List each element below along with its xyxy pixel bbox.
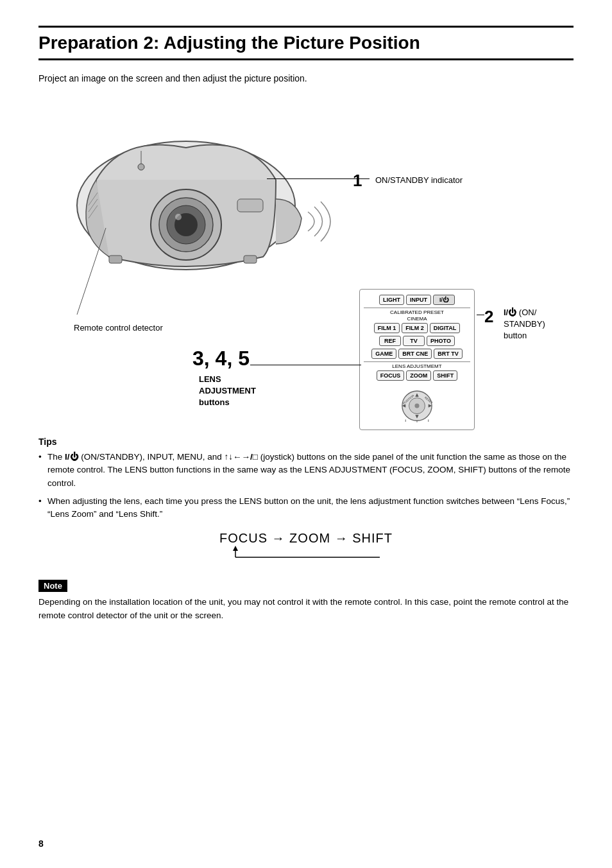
projector-illustration <box>38 103 372 347</box>
lens-label: LENSADJUSTMENTbuttons <box>199 374 256 409</box>
io-button-label: I/⏻ (ON/STANDBY)button <box>504 307 545 342</box>
svg-point-23 <box>414 404 419 408</box>
subtitle: Project an image on the screen and then … <box>38 73 574 83</box>
num-1: 1 <box>353 171 362 191</box>
brt-tv-button[interactable]: BRT TV <box>434 349 463 359</box>
lens-arrow-line <box>250 365 361 365</box>
calibrated-preset-label: CALIBRATED PRESET <box>364 308 470 315</box>
svg-line-14 <box>77 228 106 315</box>
svg-point-5 <box>175 214 182 220</box>
num-2-container: 2 I/⏻ (ON/STANDBY)button <box>484 307 493 327</box>
remote-row-lens: FOCUS ZOOM SHIFT <box>364 370 470 381</box>
svg-rect-11 <box>237 199 263 212</box>
zoom-button[interactable]: ZOOM <box>406 370 431 381</box>
note-section: Note Depending on the installation locat… <box>38 580 574 622</box>
projector-svg <box>38 103 346 340</box>
light-button[interactable]: LIGHT <box>379 295 404 305</box>
remote-row-top: LIGHT INPUT I/⏻ <box>364 295 470 305</box>
svg-rect-12 <box>109 256 122 263</box>
focus-zoom-shift-diagram: FOCUS → ZOOM → SHIFT <box>38 531 574 567</box>
remote-row-game: GAME BRT CNE BRT TV <box>364 349 470 359</box>
power-button[interactable]: I/⏻ <box>433 295 455 305</box>
shift-button[interactable]: SHIFT <box>433 370 457 381</box>
svg-point-6 <box>138 164 144 170</box>
tips-title: Tips <box>38 437 574 447</box>
svg-rect-13 <box>244 256 257 263</box>
input-button[interactable]: INPUT <box>406 295 431 305</box>
num-345: 3, 4, 5 <box>192 347 250 370</box>
page-title: Preparation 2: Adjusting the Picture Pos… <box>38 26 574 60</box>
tips-list: The I/⏻ (ON/STANDBY), INPUT, MENU, and ↑… <box>38 451 574 521</box>
remote-detector-label: Remote control detector <box>74 322 163 333</box>
brt-cne-button[interactable]: BRT CNE <box>398 349 432 359</box>
remote-control-panel: LIGHT INPUT I/⏻ CALIBRATED PRESET CINEMA… <box>359 289 475 430</box>
tip-item-2: When adjusting the lens, each time you p… <box>38 495 574 521</box>
remote-row-film: FILM 1 FILM 2 DIGITAL <box>364 323 470 333</box>
onstandby-label: ON/STANDBY indicator <box>375 175 463 185</box>
game-button[interactable]: GAME <box>371 349 396 359</box>
tips-section: Tips The I/⏻ (ON/STANDBY), INPUT, MENU, … <box>38 437 574 567</box>
remote-dial: POSITION RESET <box>364 385 470 423</box>
diagram-section: 1 ON/STANDBY indicator Remote control de… <box>38 103 574 417</box>
tip-item-1: The I/⏻ (ON/STANDBY), INPUT, MENU, and ↑… <box>38 451 574 490</box>
photo-button[interactable]: PHOTO <box>427 336 455 346</box>
remote-row-ref: REF TV PHOTO <box>364 336 470 346</box>
cinema-label: CINEMA <box>364 316 470 322</box>
lens-adjustment-label: LENS ADJUSTMEMT <box>364 361 470 369</box>
dial-svg: POSITION RESET <box>391 385 443 423</box>
film1-button[interactable]: FILM 1 <box>374 323 400 333</box>
num-2: 2 <box>484 307 493 326</box>
note-badge: Note <box>38 580 67 592</box>
page-number: 8 <box>38 838 44 849</box>
digital-button[interactable]: DIGITAL <box>430 323 460 333</box>
tv-button[interactable]: TV <box>403 336 425 346</box>
note-text: Depending on the installation location o… <box>38 596 574 622</box>
focus-return-arrow <box>223 546 389 564</box>
focus-button[interactable]: FOCUS <box>377 370 405 381</box>
svg-marker-28 <box>233 546 238 551</box>
ref-button[interactable]: REF <box>379 336 401 346</box>
film2-button[interactable]: FILM 2 <box>402 323 428 333</box>
